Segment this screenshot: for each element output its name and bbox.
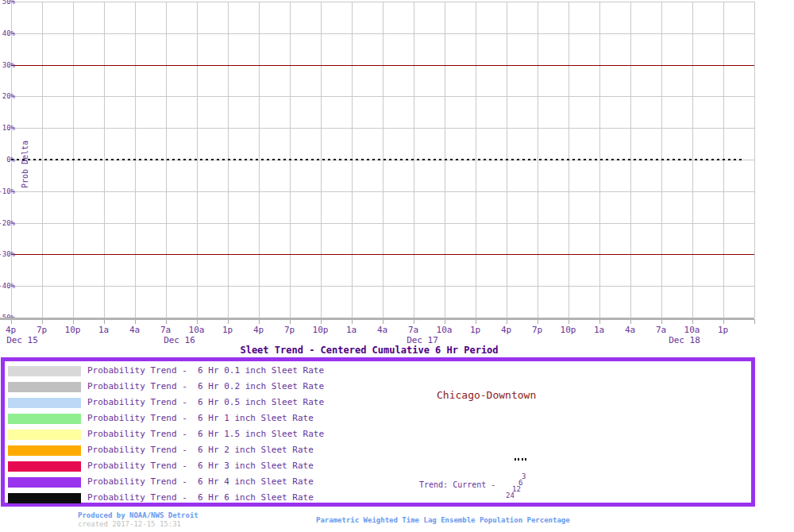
x-tick-label: 1a: [594, 326, 604, 334]
x-tick-label: 10p: [313, 326, 329, 334]
footer-description: Parametric Weighted Time Lag Ensemble Po…: [316, 516, 570, 524]
zero-value-series-line: [11, 159, 743, 160]
legend-swatch: [8, 430, 81, 440]
legend-label: Probability Trend - 6 Hr 1.5 inch Sleet …: [87, 429, 324, 440]
x-tick-label: 4a: [625, 326, 635, 334]
y-tick-label: -40%: [0, 282, 15, 290]
x-tick-label: 1a: [98, 326, 109, 334]
h-gridline: [11, 191, 754, 192]
y-tick-label: 30%: [0, 61, 15, 69]
legend-label: Probability Trend - 6 Hr 1 inch Sleet Ra…: [87, 413, 314, 424]
y-tick-label: -20%: [0, 219, 15, 227]
x-tick-label: 7a: [160, 326, 171, 334]
x-tick-label: 4a: [377, 326, 387, 334]
v-gridline: [754, 2, 755, 318]
y-tick-label: 10%: [0, 124, 15, 132]
y-tick-label: 50%: [0, 0, 15, 6]
trend-lag-number: 24: [506, 492, 515, 499]
legend-label: Probability Trend - 6 Hr 0.5 inch Sleet …: [87, 397, 324, 408]
y-axis-title: Prob Delta: [21, 141, 29, 188]
x-tick-label: 1a: [346, 326, 357, 334]
h-gridline: [11, 96, 754, 97]
y-tick-label: -10%: [0, 187, 15, 195]
h-gridline: [11, 223, 754, 224]
legend-label: Probability Trend - 6 Hr 0.1 inch Sleet …: [87, 365, 324, 376]
x-tick-label: 4p: [501, 326, 511, 334]
footer-produced-by: Produced by NOAA/NWS Detroit: [78, 511, 198, 519]
legend-swatch: [8, 414, 81, 424]
legend-label: Probability Trend - 6 Hr 4 inch Sleet Ra…: [87, 476, 314, 488]
x-tick-label: 7p: [532, 326, 542, 334]
x-tick-label: 10a: [189, 326, 205, 334]
y-tick-label: 20%: [0, 92, 15, 100]
h-gridline: [11, 128, 754, 129]
x-tick-label: 10a: [684, 326, 700, 334]
legend-label: Probability Trend - 6 Hr 3 inch Sleet Ra…: [87, 461, 314, 472]
x-tick-label: 7p: [284, 326, 295, 334]
trend-dot: [515, 458, 516, 461]
x-tick-label: 7a: [408, 326, 418, 334]
legend-swatch: [8, 382, 81, 392]
trend-dot: [518, 458, 519, 461]
x-tick-label: 10p: [561, 326, 576, 334]
h-gridline: [11, 33, 754, 34]
y-tick-label: -30%: [0, 250, 15, 258]
x-tick-label: 4p: [253, 326, 264, 334]
x-tick-label: 1p: [222, 326, 233, 334]
chart-title: Sleet Trend - Centered Cumulative 6 Hr P…: [240, 345, 498, 356]
legend-swatch: [8, 445, 81, 456]
trend-dots: [515, 458, 526, 461]
y-tick-label: 40%: [0, 29, 15, 37]
location-label: Chicago-Downtown: [437, 390, 536, 400]
x-date-label: Dec 17: [407, 336, 438, 345]
legend-label: Probability Trend - 6 Hr 2 inch Sleet Ra…: [87, 445, 314, 456]
threshold-line: [11, 254, 754, 255]
trend-dot: [525, 458, 526, 461]
x-date-label: Dec 15: [6, 336, 38, 345]
footer-created-timestamp: created 2017-12-15 15:31: [78, 520, 181, 528]
x-tick-label: 10p: [65, 326, 81, 334]
x-tick-label: 4p: [6, 326, 16, 334]
legend-swatch: [8, 461, 81, 472]
legend-swatch: [8, 477, 81, 488]
threshold-line: [11, 65, 754, 66]
x-tick-label: 1p: [718, 326, 728, 334]
x-tick-label: 4a: [129, 326, 140, 334]
x-date-label: Dec 18: [669, 336, 700, 345]
legend-label: Probability Trend - 6 Hr 0.2 inch Sleet …: [87, 381, 324, 392]
legend-swatch: [8, 366, 81, 376]
legend-swatch: [8, 398, 81, 408]
sleet-trend-chart: 50%40%30%20%10%0%-10%-20%-30%-40%-50%4p7…: [0, 0, 794, 532]
legend-swatch: [8, 493, 81, 503]
x-axis-line: [0, 318, 754, 320]
x-date-label: Dec 16: [164, 336, 195, 345]
x-tick-label: 10a: [437, 326, 453, 334]
trend-dot: [522, 458, 523, 461]
h-gridline: [11, 2, 754, 2]
trend-current-label: Trend: Current -: [419, 480, 495, 489]
h-gridline: [11, 286, 754, 287]
x-tick-label: 1p: [470, 326, 480, 334]
x-tick-label: 7a: [656, 326, 666, 334]
legend-label: Probability Trend - 6 Hr 6 inch Sleet Ra…: [87, 492, 314, 503]
x-tick-label: 7p: [37, 326, 47, 334]
